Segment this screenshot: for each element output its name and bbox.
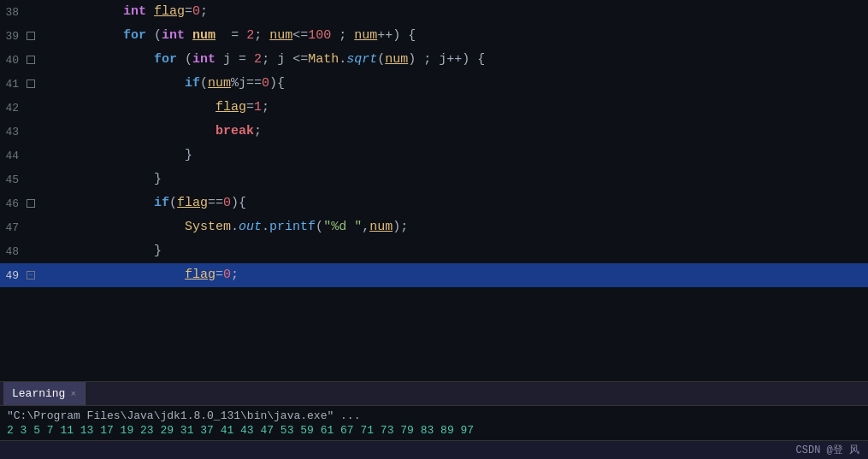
code-line-42: 42 flag=1;	[0, 96, 868, 120]
fold-40[interactable]	[24, 53, 38, 67]
code-lines: 38 int flag=0; 39 for (int num = 2; num<…	[0, 0, 868, 381]
status-bar: CSDN @登 风	[0, 440, 868, 459]
code-line-47: 47 System.out.printf("%d ",num);	[0, 215, 868, 239]
gutter-47: 47	[0, 221, 86, 234]
gutter-46: 46	[0, 197, 86, 210]
line-content-42: flag=1;	[86, 96, 269, 120]
code-line-39: 39 for (int num = 2; num<=100 ; num++) {	[0, 24, 868, 48]
line-content-39: for (int num = 2; num<=100 ; num++) {	[86, 24, 416, 48]
gutter-38: 38	[0, 5, 86, 19]
line-number-47: 47	[0, 221, 24, 234]
gutter-45: 45	[0, 173, 86, 186]
code-line-44: 44 }	[0, 144, 868, 168]
code-line-46: 46 if(flag==0){	[0, 191, 868, 215]
fold-43	[24, 125, 38, 138]
tab-label: Learning	[12, 387, 65, 400]
code-line-49: 49 − flag=0;	[0, 263, 868, 287]
fold-45	[24, 173, 38, 186]
fold-47	[24, 221, 38, 234]
gutter-40: 40	[0, 53, 86, 67]
line-number-43: 43	[0, 126, 24, 138]
gutter-39: 39	[0, 29, 86, 43]
gutter-49: 49 −	[0, 268, 86, 282]
line-number-45: 45	[0, 174, 24, 186]
console-command: "C:\Program Files\Java\jdk1.8.0_131\bin\…	[7, 409, 861, 422]
console-output: 2 3 5 7 11 13 17 19 23 29 31 37 41 43 47…	[7, 424, 861, 437]
line-number-44: 44	[0, 150, 24, 162]
line-content-38: int flag=0;	[86, 0, 208, 24]
tab-learning[interactable]: Learning ×	[3, 382, 86, 405]
code-line-38: 38 int flag=0;	[0, 0, 868, 24]
line-content-47: System.out.printf("%d ",num);	[86, 215, 408, 239]
line-number-38: 38	[0, 6, 24, 19]
gutter-48: 48	[0, 244, 86, 258]
line-number-49: 49	[0, 269, 24, 282]
fold-38	[24, 5, 38, 19]
code-line-41: 41 if(num%j==0){	[0, 72, 868, 96]
line-number-39: 39	[0, 30, 24, 43]
console-area: "C:\Program Files\Java\jdk1.8.0_131\bin\…	[0, 405, 868, 440]
fold-48	[24, 244, 38, 258]
tab-bar: Learning ×	[0, 381, 868, 405]
fold-42	[24, 101, 38, 115]
fold-49[interactable]: −	[24, 268, 38, 282]
line-number-48: 48	[0, 245, 24, 258]
line-number-41: 41	[0, 78, 24, 91]
line-content-44: }	[86, 144, 192, 168]
line-content-49: flag=0;	[86, 263, 239, 287]
line-number-40: 40	[0, 54, 24, 67]
code-line-43: 43 break;	[0, 120, 868, 144]
code-line-45: 45 }	[0, 168, 868, 191]
line-content-41: if(num%j==0){	[86, 72, 285, 96]
gutter-44: 44	[0, 149, 86, 162]
line-number-46: 46	[0, 197, 24, 210]
line-number-42: 42	[0, 102, 24, 115]
gutter-42: 42	[0, 101, 86, 115]
fold-39[interactable]	[24, 29, 38, 43]
gutter-41: 41	[0, 77, 86, 91]
fold-44	[24, 149, 38, 162]
gutter-43: 43	[0, 125, 86, 138]
code-line-48: 48 }	[0, 239, 868, 263]
line-content-43: break;	[86, 120, 262, 144]
line-content-45: }	[86, 168, 162, 191]
tab-close-learning[interactable]: ×	[70, 389, 76, 399]
line-content-48: }	[86, 239, 162, 263]
code-line-40: 40 for (int j = 2; j <=Math.sqrt(num) ; …	[0, 48, 868, 72]
code-editor: 38 int flag=0; 39 for (int num = 2; num<…	[0, 0, 868, 381]
line-content-40: for (int j = 2; j <=Math.sqrt(num) ; j++…	[86, 48, 485, 72]
fold-41[interactable]	[24, 77, 38, 91]
status-right-text: CSDN @登 风	[796, 443, 859, 457]
line-content-46: if(flag==0){	[86, 191, 246, 215]
fold-46[interactable]	[24, 197, 38, 210]
